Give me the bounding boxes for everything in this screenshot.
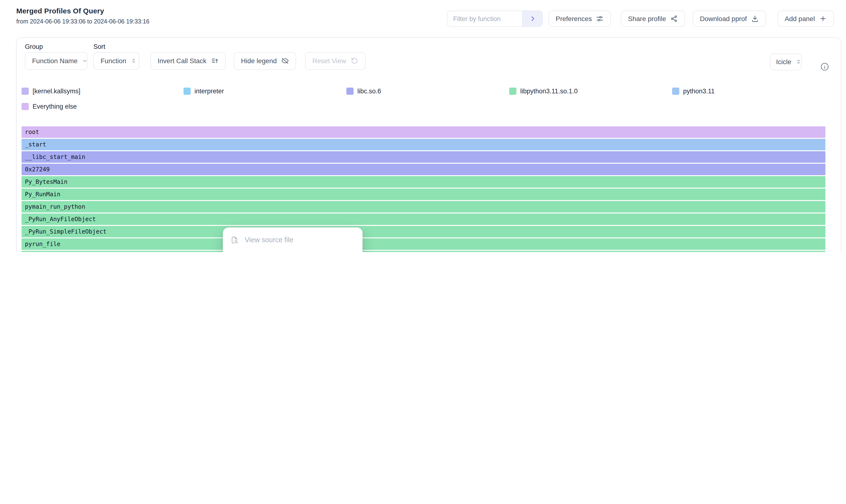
frame[interactable]: Py_BytesMain: [21, 176, 825, 187]
group-by-value: Function Name: [32, 57, 77, 65]
group-by-select[interactable]: Function Name: [25, 52, 88, 70]
app-window: Merged Profiles Of Query from 2024-06-06…: [0, 0, 846, 252]
frame[interactable]: 0x27249: [21, 164, 825, 175]
hide-legend-label: Hide legend: [241, 57, 277, 65]
menu-item-label: View source file: [245, 236, 293, 244]
legend-swatch: [21, 88, 29, 95]
reset-view-label: Reset View: [312, 57, 346, 65]
legend-swatch: [21, 103, 29, 110]
view-mode-select[interactable]: Icicle: [770, 53, 801, 70]
menu-item-reset-view: Reset view: [223, 249, 362, 252]
legend-label: libc.so.6: [357, 88, 381, 95]
legend-item: libpython3.11.so.1.0: [509, 87, 578, 95]
context-menu: View source file Reset view Hide Binary …: [223, 227, 363, 252]
icicle-graph: root _start __libc_start_main 0x27249 Py…: [21, 126, 825, 252]
legend-label: interpreter: [194, 88, 224, 95]
file-search-icon: [230, 236, 239, 244]
view-mode-value: Icicle: [776, 58, 791, 66]
add-panel-button[interactable]: Add panel: [777, 11, 834, 27]
sort-by-value: Function: [101, 57, 126, 65]
frame[interactable]: root: [21, 126, 825, 138]
sort-ascending-icon: [211, 57, 219, 65]
menu-item-view-source-file: View source file: [223, 231, 362, 249]
flame-row: 0x27249: [21, 164, 825, 175]
flame-row: Py_BytesMain: [21, 176, 825, 187]
flame-row: __libc_start_main: [21, 151, 825, 162]
legend-swatch: [184, 88, 191, 95]
flame-row: Py_RunMain: [21, 188, 825, 200]
frame[interactable]: __libc_start_main: [21, 151, 825, 162]
reset-view-button: Reset View: [305, 52, 365, 70]
legend-label: [kernel.kallsyms]: [33, 88, 81, 95]
sliders-icon: [596, 15, 604, 22]
chevron-down-icon: [82, 58, 88, 64]
filter-by-function-group: [447, 11, 543, 27]
legend-label: Everything else: [33, 103, 77, 110]
share-profile-label: Share profile: [628, 15, 666, 22]
legend-item: interpreter: [184, 87, 224, 95]
frame[interactable]: _PyRun_SimpleFileObject: [21, 226, 825, 238]
flame-row: _PyRun_SimpleFileObject: [21, 226, 825, 238]
group-label: Group: [25, 43, 43, 50]
share-profile-button[interactable]: Share profile: [621, 11, 685, 27]
flame-row: root: [21, 126, 825, 138]
frame[interactable]: _start: [21, 139, 825, 150]
frame[interactable]: _PyRun_AnyFileObject: [21, 214, 825, 225]
chevrons-up-down-icon: [131, 58, 136, 64]
frame[interactable]: Py_RunMain: [21, 188, 825, 200]
info-button[interactable]: [820, 62, 829, 73]
flame-row: run_mod: [21, 251, 825, 252]
profile-panel: Group Sort Function Name Function Invert…: [16, 37, 841, 252]
sort-label: Sort: [93, 43, 105, 50]
invert-call-stack-label: Invert Call Stack: [158, 57, 206, 65]
legend-item: libc.so.6: [346, 87, 381, 95]
frame[interactable]: pymain_run_python: [21, 201, 825, 213]
download-pprof-button[interactable]: Download pprof: [693, 11, 766, 27]
flame-row: _start: [21, 139, 825, 150]
add-panel-label: Add panel: [785, 15, 815, 22]
plus-icon: [819, 15, 827, 22]
frame[interactable]: pyrun_file: [21, 239, 825, 250]
download-icon: [751, 15, 759, 22]
share-icon: [670, 15, 678, 22]
sort-by-select[interactable]: Function: [93, 52, 139, 70]
preferences-button[interactable]: Preferences: [549, 11, 611, 27]
rotate-ccw-icon: [350, 57, 358, 65]
invert-call-stack-button[interactable]: Invert Call Stack: [151, 52, 226, 70]
preferences-label: Preferences: [556, 15, 592, 22]
frame[interactable]: run_mod: [21, 251, 825, 252]
legend-swatch: [346, 88, 353, 95]
legend-item: [kernel.kallsyms]: [21, 87, 81, 95]
info-icon: [820, 62, 829, 71]
page-title: Merged Profiles Of Query: [16, 7, 104, 15]
legend-item: Everything else: [21, 103, 77, 110]
filter-submit-button[interactable]: [522, 11, 542, 26]
hide-legend-button[interactable]: Hide legend: [234, 52, 296, 70]
legend-swatch: [672, 88, 679, 95]
legend-label: libpython3.11.so.1.0: [520, 88, 578, 95]
legend-item: python3.11: [672, 87, 715, 95]
filter-input[interactable]: [447, 11, 522, 26]
flame-row: pymain_run_python: [21, 201, 825, 213]
chevrons-up-down-icon: [796, 59, 801, 65]
flame-row: _PyRun_AnyFileObject: [21, 214, 825, 225]
legend-swatch: [509, 88, 516, 95]
page-subtitle: from 2024-06-06 19:33:06 to 2024-06-06 1…: [16, 18, 150, 25]
download-pprof-label: Download pprof: [700, 15, 747, 22]
eye-off-icon: [281, 57, 289, 65]
chevron-right-icon: [529, 15, 536, 22]
legend-label: python3.11: [683, 88, 715, 95]
flame-row: pyrun_file: [21, 239, 825, 250]
